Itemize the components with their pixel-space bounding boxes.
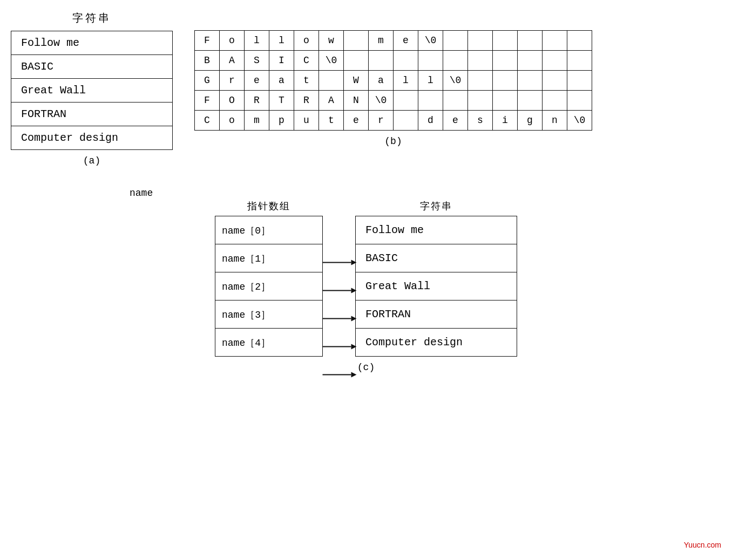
pointer-table-cell: name［2］ [215,272,323,301]
pointer-table-cell: name［1］ [215,244,323,272]
table-b-cell: e [394,31,418,51]
caption-c: (c) [357,362,375,373]
string-table-cell: Follow me [356,216,517,244]
table-b-cell [394,111,418,131]
pointer-table-cell: name［0］ [215,216,323,244]
table-b-cell [493,91,518,111]
pointer-table-cell: name［4］ [215,329,323,357]
table-b-cell: I [269,51,294,71]
bottom-section: name 指针数组 name［0］name［1］name［2］name［3］na… [11,188,721,373]
table-b-cell: m [369,31,394,51]
table-b-cell: s [468,111,493,131]
part-b-wrap: Follow me\0BASIC\0Great Wall\0FORTRAN\0C… [194,30,592,166]
table-b-cell: d [418,111,443,131]
table-b-cell [518,31,543,51]
table-b-cell: r [220,71,245,91]
table-b-cell: A [319,91,344,111]
table-b-cell [418,51,443,71]
table-b-cell: o [220,31,245,51]
table-b-cell: \0 [567,111,592,131]
table-b-cell: l [245,31,269,51]
table-b-cell: S [245,51,269,71]
svg-marker-9 [351,372,357,378]
table-b-cell: m [245,111,269,131]
table-b-cell: n [543,111,567,131]
table-b-cell: e [443,111,468,131]
table-b-cell [543,91,567,111]
table-b-cell [567,31,592,51]
table-b-cell: C [294,51,319,71]
table-b-cell: A [220,51,245,71]
table-b: Follow me\0BASIC\0Great Wall\0FORTRAN\0C… [194,30,592,131]
table-a-cell: Great Wall [11,79,173,103]
table-a: Follow meBASICGreat WallFORTRANComputer … [11,31,173,150]
part-a-wrap: 字符串 Follow meBASICGreat WallFORTRANCompu… [11,11,173,166]
table-b-cell: i [493,111,518,131]
table-b-cell: p [269,111,294,131]
table-b-cell: g [518,111,543,131]
table-b-cell [319,71,344,91]
table-b-cell [543,51,567,71]
top-section: 字符串 Follow meBASICGreat WallFORTRANCompu… [11,11,721,166]
table-a-cell: FORTRAN [11,103,173,126]
table-b-cell [518,91,543,111]
table-b-cell [518,71,543,91]
table-b-cell [344,31,369,51]
table-b-cell [443,31,468,51]
table-b-cell: N [344,91,369,111]
string-side: 字符串 Follow meBASICGreat WallFORTRANCompu… [355,200,517,357]
table-b-cell: G [195,71,220,91]
table-b-cell [344,51,369,71]
table-b-cell: F [195,31,220,51]
table-b-cell: l [269,31,294,51]
pointer-table-cell: name［3］ [215,301,323,329]
table-b-cell: w [319,31,344,51]
table-b-cell: a [369,71,394,91]
table-b-cell [567,91,592,111]
table-b-cell: o [294,31,319,51]
table-a-cell: Computer design [11,126,173,150]
table-b-cell: O [220,91,245,111]
table-b-cell: W [344,71,369,91]
table-b-cell: u [294,111,319,131]
table-b-cell [468,51,493,71]
table-b-cell: C [195,111,220,131]
table-b-cell: e [245,71,269,91]
watermark: Yuucn.com [684,541,721,549]
table-b-cell: \0 [443,71,468,91]
string-table-cell: Great Wall [356,272,517,301]
table-b-cell [468,91,493,111]
table-b-cell [493,71,518,91]
table-b-cell: R [294,91,319,111]
table-b-cell [567,71,592,91]
table-b-cell: F [195,91,220,111]
table-b-cell: \0 [369,91,394,111]
table-b-cell [518,51,543,71]
table-b-cell: R [245,91,269,111]
table-b-cell [369,51,394,71]
table-a-cell: Follow me [11,31,173,55]
table-b-cell [443,91,468,111]
table-b-cell: o [220,111,245,131]
table-b-cell [468,31,493,51]
name-label: name [130,188,153,199]
table-b-cell: l [418,71,443,91]
pointer-table: name［0］name［1］name［2］name［3］name［4］ [215,216,323,357]
table-b-cell: t [294,71,319,91]
string-title: 字符串 [355,200,517,213]
table-b-cell [493,31,518,51]
pointer-title: 指针数组 [215,200,323,213]
string-table-cell: BASIC [356,244,517,272]
table-b-cell: \0 [319,51,344,71]
table-b-cell [418,91,443,111]
table-b-cell [468,71,493,91]
section-c-content: 指针数组 name［0］name［1］name［2］name［3］name［4］… [215,200,517,357]
table-b-cell: t [319,111,344,131]
table-b-cell [567,51,592,71]
pointer-side: 指针数组 name［0］name［1］name［2］name［3］name［4］ [215,200,323,357]
table-b-cell [394,91,418,111]
table-b-cell [493,51,518,71]
string-table-cell: Computer design [356,329,517,357]
table-b-cell: e [344,111,369,131]
table-b-cell: B [195,51,220,71]
